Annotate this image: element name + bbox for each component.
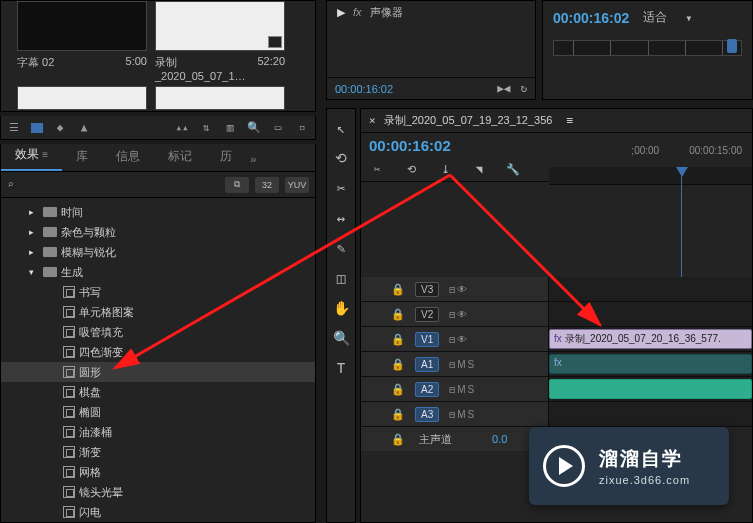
track-select-tool[interactable]: ⟲: [332, 149, 350, 167]
32bit-badge[interactable]: 32: [255, 177, 279, 193]
timeline-ruler[interactable]: [549, 167, 752, 185]
source-patch-icon[interactable]: ⊟: [449, 309, 455, 320]
hand-tool[interactable]: ✋: [332, 299, 350, 317]
audio-clip[interactable]: fx: [549, 354, 752, 374]
track-target-button[interactable]: A2: [415, 382, 439, 397]
lock-icon[interactable]: 🔒: [391, 283, 405, 296]
effects-preset[interactable]: 单元格图案: [1, 302, 315, 322]
effects-search-input[interactable]: [20, 179, 219, 191]
track-lane[interactable]: [549, 277, 752, 301]
mute-button[interactable]: M: [457, 359, 465, 370]
effects-preset[interactable]: 镜头光晕: [1, 482, 315, 502]
project-clip[interactable]: 录制_2020_05_07_1… 52:20: [155, 1, 285, 82]
pen-tool[interactable]: ✎: [332, 239, 350, 257]
track-lane[interactable]: [549, 302, 752, 326]
tab-history[interactable]: 历: [206, 142, 246, 171]
effects-preset[interactable]: 书写: [1, 282, 315, 302]
yuv-badge[interactable]: YUV: [285, 177, 309, 193]
track-target-button[interactable]: V2: [415, 307, 439, 322]
mute-button[interactable]: M: [457, 409, 465, 420]
zoom-dropdown[interactable]: 适合▾: [643, 9, 692, 26]
source-patch-icon[interactable]: ⊟: [449, 359, 455, 370]
freeform-icon[interactable]: ◆: [53, 121, 67, 135]
effects-folder[interactable]: ▾生成: [1, 262, 315, 282]
close-icon[interactable]: ×: [369, 114, 376, 127]
zoom-slider-icon[interactable]: ▴▴: [175, 121, 189, 135]
effects-preset[interactable]: 油漆桶: [1, 422, 315, 442]
link-icon[interactable]: ⟲: [403, 163, 419, 176]
effects-preset[interactable]: 网格: [1, 462, 315, 482]
audio-clip[interactable]: [549, 379, 752, 399]
settings-icon[interactable]: ◥: [471, 163, 487, 176]
lock-icon[interactable]: 🔒: [391, 358, 405, 371]
project-clip[interactable]: [155, 86, 285, 110]
solo-button[interactable]: S: [468, 359, 475, 370]
loop-icon[interactable]: ↻: [520, 82, 527, 95]
track-lane[interactable]: [549, 377, 752, 401]
solo-button[interactable]: S: [468, 384, 475, 395]
tabs-overflow-icon[interactable]: »: [246, 147, 260, 171]
effects-preset[interactable]: 棋盘: [1, 382, 315, 402]
track-target-button[interactable]: V3: [415, 282, 439, 297]
wrench-icon[interactable]: 🔧: [505, 163, 521, 176]
effects-folder[interactable]: ▸模糊与锐化: [1, 242, 315, 262]
twisty-icon[interactable]: ▾: [29, 267, 39, 277]
marker-icon[interactable]: ⤓: [437, 163, 453, 176]
mute-button[interactable]: M: [457, 384, 465, 395]
toggle-output-icon[interactable]: 👁: [457, 284, 467, 295]
sequence-tab[interactable]: 录制_2020_05_07_19_23_12_356: [384, 113, 553, 128]
tab-info[interactable]: 信息: [102, 142, 154, 171]
source-patch-icon[interactable]: ⊟: [449, 284, 455, 295]
effects-preset[interactable]: 闪电: [1, 502, 315, 522]
accel-badge[interactable]: ⧉: [225, 177, 249, 193]
effects-preset[interactable]: 吸管填充: [1, 322, 315, 342]
list-view-icon[interactable]: ☰: [7, 121, 21, 135]
lock-icon[interactable]: 🔒: [391, 433, 405, 446]
tab-effects[interactable]: 效果 ≡: [1, 140, 62, 171]
solo-button[interactable]: S: [468, 409, 475, 420]
effects-tree[interactable]: ▸时间▸杂色与颗粒▸模糊与锐化▾生成书写单元格图案吸管填充四色渐变圆形棋盘椭圆油…: [0, 198, 316, 523]
project-clip[interactable]: [17, 86, 147, 110]
icon-view-icon[interactable]: [31, 123, 43, 133]
program-scrubber[interactable]: [553, 40, 742, 56]
ripple-tool[interactable]: ✂: [332, 179, 350, 197]
search-icon[interactable]: 🔍: [247, 121, 261, 135]
master-value[interactable]: 0.0: [492, 433, 507, 445]
playhead-icon[interactable]: [676, 167, 688, 177]
tab-markers[interactable]: 标记: [154, 142, 206, 171]
new-item-icon[interactable]: ▫: [295, 121, 309, 135]
track-lane[interactable]: fx 录制_2020_05_07_20_16_36_577.: [549, 327, 752, 351]
selection-tool[interactable]: ↖: [332, 119, 350, 137]
effect-row[interactable]: ▶ fx 声像器: [327, 1, 535, 23]
source-patch-icon[interactable]: ⊟: [449, 409, 455, 420]
toggle-output-icon[interactable]: 👁: [457, 334, 467, 345]
playhead-icon[interactable]: [727, 39, 737, 53]
toggle-output-icon[interactable]: 👁: [457, 309, 467, 320]
track-lane[interactable]: [549, 402, 752, 426]
auto-icon[interactable]: ⇅: [199, 121, 213, 135]
effects-preset[interactable]: 圆形: [1, 362, 315, 382]
track-target-button[interactable]: V1: [415, 332, 439, 347]
twisty-icon[interactable]: ▸: [29, 247, 39, 257]
twisty-icon[interactable]: ▶: [337, 6, 345, 19]
slip-tool[interactable]: ↔: [332, 209, 350, 227]
effects-preset[interactable]: 渐变: [1, 442, 315, 462]
twisty-icon[interactable]: ▸: [29, 207, 39, 217]
program-timecode[interactable]: 00:00:16:02: [553, 10, 629, 26]
video-clip[interactable]: fx 录制_2020_05_07_20_16_36_577.: [549, 329, 752, 349]
panel-menu-icon[interactable]: ≡: [566, 114, 573, 127]
effects-folder[interactable]: ▸杂色与颗粒: [1, 222, 315, 242]
snap-icon[interactable]: ✂: [369, 163, 385, 176]
sort-icon[interactable]: ▲: [77, 121, 91, 135]
type-tool[interactable]: T: [332, 359, 350, 377]
find-icon[interactable]: ▥: [223, 121, 237, 135]
source-patch-icon[interactable]: ⊟: [449, 334, 455, 345]
lock-icon[interactable]: 🔒: [391, 383, 405, 396]
tab-library[interactable]: 库: [62, 142, 102, 171]
twisty-icon[interactable]: ▸: [29, 227, 39, 237]
lock-icon[interactable]: 🔒: [391, 408, 405, 421]
track-target-button[interactable]: A3: [415, 407, 439, 422]
zoom-tool[interactable]: 🔍: [332, 329, 350, 347]
lock-icon[interactable]: 🔒: [391, 308, 405, 321]
project-clip[interactable]: 字幕 02 5:00: [17, 1, 147, 82]
